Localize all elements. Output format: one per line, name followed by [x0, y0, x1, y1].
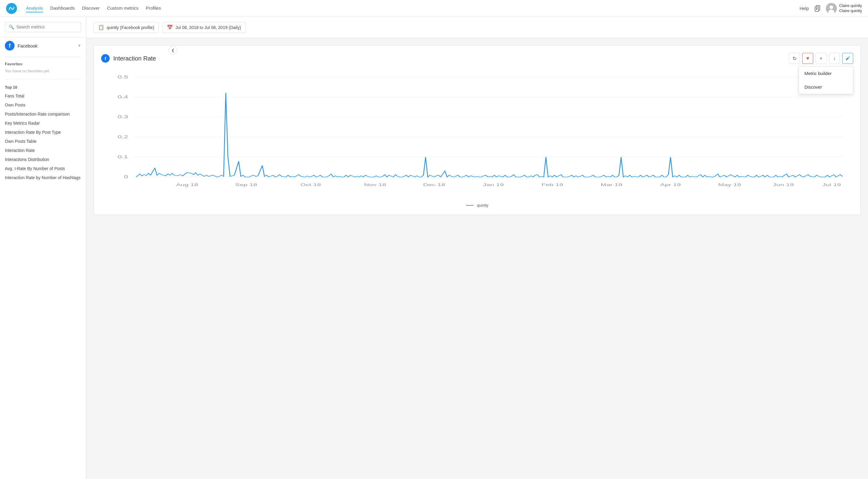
- topnav: Analysis Dashboards Discover Custom metr…: [0, 0, 868, 17]
- svg-point-7: [830, 5, 833, 9]
- svg-text:0: 0: [124, 174, 128, 179]
- help-link[interactable]: Help: [800, 6, 809, 11]
- layout: 🔍 f Facebook ▼ Favorites You have no fav…: [0, 17, 868, 479]
- facebook-icon: f: [5, 41, 14, 50]
- chart-actions: ↻ ♥ + ↓ Metric builder Discover: [789, 53, 853, 64]
- sidebar-item-interactions-distribution[interactable]: Interactions Distribution: [0, 155, 86, 164]
- svg-text:Mar 19: Mar 19: [600, 182, 622, 187]
- profile-label: quintly (Facebook profile): [106, 25, 154, 30]
- search-icon: 🔍: [9, 25, 14, 29]
- svg-rect-2: [815, 7, 818, 11]
- svg-text:Feb 19: Feb 19: [541, 182, 563, 187]
- sidebar-item-own-posts-table[interactable]: Own Posts Table: [0, 137, 86, 146]
- chart-title: Interaction Rate: [113, 55, 156, 62]
- legend-line: [466, 205, 473, 206]
- svg-text:Dec 18: Dec 18: [423, 182, 445, 187]
- sidebar-item-avg-irate[interactable]: Avg. I-Rate By Number of Posts: [0, 164, 86, 173]
- download-button[interactable]: ↓: [829, 53, 840, 64]
- facebook-platform[interactable]: f Facebook ▼: [0, 37, 86, 54]
- sidebar: 🔍 f Facebook ▼ Favorites You have no fav…: [0, 17, 86, 479]
- svg-text:0.2: 0.2: [118, 134, 128, 139]
- legend-label: quintly: [477, 203, 489, 208]
- sidebar-divider-1: [5, 57, 81, 57]
- favorites-empty: You have no favorites yet: [0, 67, 86, 77]
- nav-discover[interactable]: Discover: [82, 4, 100, 12]
- svg-text:Apr 19: Apr 19: [660, 182, 681, 187]
- sidebar-item-ir-hashtags[interactable]: Interaction Rate by Number of Hashtags: [0, 173, 86, 182]
- clipboard-icon[interactable]: [814, 5, 821, 12]
- date-label: Jul 08, 2018 to Jul 08, 2019 (Daily): [175, 25, 241, 30]
- profile-icon: 📋: [98, 25, 104, 30]
- calendar-icon: 📅: [167, 25, 173, 30]
- add-button[interactable]: +: [816, 53, 827, 64]
- svg-text:0.1: 0.1: [118, 154, 128, 159]
- avatar: [826, 3, 837, 14]
- edit-button[interactable]: [842, 53, 853, 64]
- svg-text:0.4: 0.4: [118, 94, 128, 99]
- svg-text:Oct 18: Oct 18: [301, 182, 321, 187]
- discover-option[interactable]: Discover: [799, 80, 853, 94]
- user-menu[interactable]: Claire quintly Claire quintly: [826, 3, 862, 14]
- svg-text:Jun 19: Jun 19: [773, 182, 794, 187]
- nav-links: Analysis Dashboards Discover Custom metr…: [26, 4, 790, 12]
- search-input[interactable]: [17, 25, 77, 29]
- favorites-label: Favorites: [0, 59, 86, 67]
- svg-text:Nov 18: Nov 18: [364, 182, 386, 187]
- svg-text:Sep 18: Sep 18: [235, 182, 257, 187]
- interaction-rate-chart: 0.5 0.4 0.3 0.2 0.1 0 Aug 18 Sep 18 Oct …: [101, 71, 853, 198]
- chart-legend: quintly: [101, 203, 853, 208]
- chart-svg-wrapper: 0.5 0.4 0.3 0.2 0.1 0 Aug 18 Sep 18 Oct …: [101, 71, 853, 199]
- metric-builder-option[interactable]: Metric builder: [799, 67, 853, 80]
- svg-text:Jan 19: Jan 19: [483, 182, 504, 187]
- platform-label: Facebook: [18, 43, 74, 48]
- chart-dropdown-menu: Metric builder Discover: [799, 66, 853, 94]
- refresh-button[interactable]: ↻: [789, 53, 800, 64]
- svg-text:Aug 18: Aug 18: [176, 182, 198, 187]
- profile-selector[interactable]: 📋 quintly (Facebook profile): [94, 22, 159, 33]
- main-content: 📋 quintly (Facebook profile) 📅 Jul 08, 2…: [86, 17, 868, 479]
- collapse-sidebar-button[interactable]: ❮: [169, 46, 177, 55]
- sidebar-item-key-metrics-radar[interactable]: Key Metrics Radar: [0, 118, 86, 128]
- svg-text:May 19: May 19: [718, 182, 741, 187]
- chart-container: f Interaction Rate ↻ ♥ + ↓ Metric builde…: [94, 45, 861, 215]
- svg-text:0.5: 0.5: [118, 74, 128, 79]
- svg-text:0.3: 0.3: [118, 114, 128, 119]
- topnav-right: Help Claire quintly Claire quintly: [800, 3, 862, 14]
- sidebar-item-interaction-rate[interactable]: Interaction Rate: [0, 146, 86, 155]
- nav-custom-metrics[interactable]: Custom metrics: [107, 4, 138, 12]
- sidebar-item-posts-interaction[interactable]: Posts/Interaction Rate comparison: [0, 109, 86, 118]
- sidebar-item-interaction-by-post-type[interactable]: Interaction Rate By Post Type: [0, 128, 86, 137]
- main-toolbar: 📋 quintly (Facebook profile) 📅 Jul 08, 2…: [86, 17, 868, 38]
- username: Claire quintly Claire quintly: [839, 3, 862, 13]
- top10-label: Top 10: [0, 82, 86, 91]
- chart-header: f Interaction Rate ↻ ♥ + ↓ Metric builde…: [101, 53, 853, 64]
- sidebar-item-fans-total[interactable]: Fans Total: [0, 91, 86, 100]
- nav-dashboards[interactable]: Dashboards: [50, 4, 75, 12]
- search-container: 🔍: [5, 22, 81, 32]
- nav-profiles[interactable]: Profiles: [146, 4, 161, 12]
- chart-fb-icon: f: [101, 54, 110, 63]
- favorite-button[interactable]: ♥: [802, 53, 813, 64]
- search-wrap: 🔍: [0, 22, 86, 37]
- svg-text:Jul 19: Jul 19: [822, 182, 841, 187]
- chevron-down-icon: ▼: [78, 43, 81, 48]
- sidebar-items-list: Fans Total Own Posts Posts/Interaction R…: [0, 91, 86, 182]
- logo[interactable]: [6, 3, 17, 14]
- nav-analysis[interactable]: Analysis: [26, 4, 43, 12]
- sidebar-item-own-posts[interactable]: Own Posts: [0, 100, 86, 109]
- date-selector[interactable]: 📅 Jul 08, 2018 to Jul 08, 2019 (Daily): [162, 22, 245, 33]
